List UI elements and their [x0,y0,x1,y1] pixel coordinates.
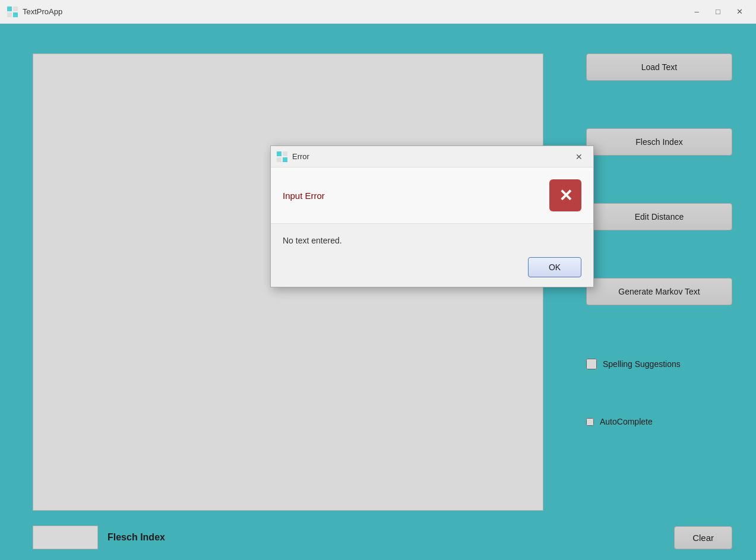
app-title-icon [7,7,18,17]
error-dialog-icon [277,151,287,162]
main-area: Load Text Flesch Index Edit Distance Gen… [0,24,756,560]
svg-rect-0 [7,7,12,11]
app-title: TextProApp [23,7,62,16]
svg-rect-4 [277,151,281,156]
error-ok-button[interactable]: OK [528,257,581,277]
error-dialog-body-bottom: No text entered. OK [271,224,593,287]
title-bar-left: TextProApp [7,7,62,17]
svg-rect-1 [13,7,18,11]
svg-rect-5 [283,151,287,156]
minimize-button[interactable]: – [687,4,706,20]
error-dialog-title: Error [292,152,309,161]
error-dialog-close-button[interactable]: ✕ [571,150,587,164]
svg-rect-7 [283,157,287,162]
error-dialog-body-top: Input Error ✕ [271,167,593,224]
title-bar-controls: – □ ✕ [687,4,749,20]
maximize-button[interactable]: □ [708,4,727,20]
error-icon-box: ✕ [549,179,581,211]
error-dialog-titlebar: Error ✕ [271,146,593,167]
error-dialog-ok-row: OK [283,257,581,277]
close-button[interactable]: ✕ [730,4,749,20]
svg-rect-6 [277,157,281,162]
error-x-icon: ✕ [559,186,572,205]
input-error-label: Input Error [283,191,325,201]
modal-overlay: Error ✕ Input Error ✕ No text entered. O… [0,24,756,560]
error-dialog: Error ✕ Input Error ✕ No text entered. O… [270,145,594,287]
svg-rect-2 [7,12,12,17]
error-dialog-title-left: Error [277,151,309,162]
title-bar: TextProApp – □ ✕ [0,0,756,24]
svg-rect-3 [13,12,18,17]
error-message: No text entered. [283,236,581,245]
